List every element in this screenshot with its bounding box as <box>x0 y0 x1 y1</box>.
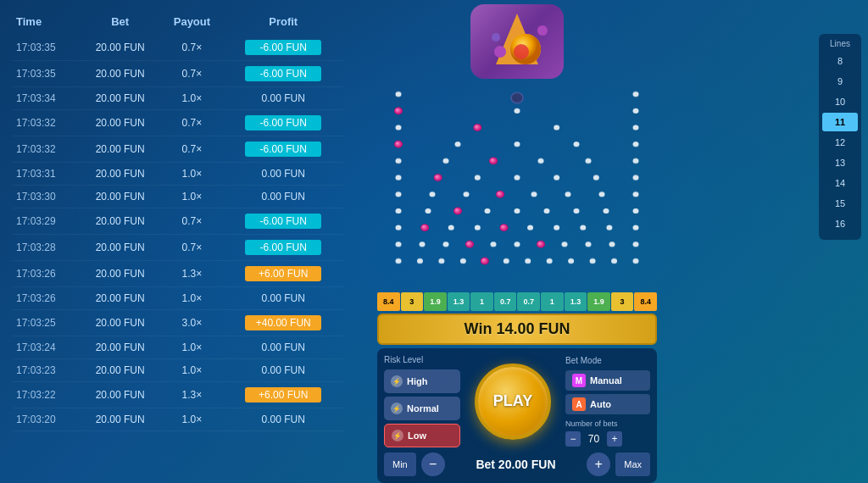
bet-increase-button[interactable]: + <box>587 452 610 476</box>
cell-time: 17:03:26 <box>13 287 80 310</box>
multiplier-cell: 1 <box>470 292 493 311</box>
cell-profit: 0.00 FUN <box>223 87 343 110</box>
line-option-12[interactable]: 12 <box>822 133 858 152</box>
svg-point-3 <box>514 44 529 59</box>
auto-mode-button[interactable]: A Auto <box>565 394 650 414</box>
cell-time: 17:03:31 <box>13 163 80 186</box>
multiplier-cell: 0.7 <box>517 292 540 311</box>
multiplier-cell: 1.3 <box>565 292 587 311</box>
line-option-14[interactable]: 14 <box>822 174 858 192</box>
bet-max-button[interactable]: Max <box>615 452 650 476</box>
cell-profit: -6.00 FUN <box>223 35 343 61</box>
num-bets-minus[interactable]: − <box>565 431 581 447</box>
cell-bet: 20.00 FUN <box>80 408 160 431</box>
multiplier-cell: 3 <box>611 292 634 311</box>
cell-bet: 20.00 FUN <box>80 235 160 261</box>
cell-profit: +40.00 FUN <box>223 310 343 336</box>
cell-payout: 0.7× <box>160 35 223 61</box>
line-option-11[interactable]: 11 <box>822 113 858 131</box>
cell-time: 17:03:20 <box>13 408 80 431</box>
cell-time: 17:03:35 <box>13 35 80 61</box>
risk-high-button[interactable]: ⚡ High <box>384 369 460 393</box>
cell-payout: 1.0× <box>160 87 223 110</box>
cell-time: 17:03:35 <box>13 61 80 87</box>
table-row: 17:03:2220.00 FUN1.3×+6.00 FUN <box>13 382 343 408</box>
cell-payout: 0.7× <box>160 61 223 87</box>
cell-profit: 0.00 FUN <box>223 336 343 359</box>
win-bar: 8.431.91.310.70.711.31.938.4 Win 14.00 F… <box>377 292 657 345</box>
bet-mode-label: Bet Mode <box>565 356 650 365</box>
table-row: 17:03:2920.00 FUN0.7×-6.00 FUN <box>13 208 343 235</box>
table-row: 17:03:2020.00 FUN1.0×0.00 FUN <box>13 408 343 431</box>
col-bet: Bet <box>80 8 160 35</box>
line-option-13[interactable]: 13 <box>822 153 858 172</box>
risk-normal-button[interactable]: ⚡ Normal <box>384 397 460 420</box>
manual-mode-button[interactable]: M Manual <box>565 370 650 391</box>
cell-profit: +6.00 FUN <box>223 382 343 408</box>
cell-bet: 20.00 FUN <box>80 287 160 310</box>
risk-low-button[interactable]: ⚡ Low <box>384 424 460 447</box>
num-bets-plus[interactable]: + <box>607 431 622 447</box>
bet-min-button[interactable]: Min <box>384 452 416 476</box>
cell-bet: 20.00 FUN <box>80 208 160 235</box>
line-option-10[interactable]: 10 <box>822 92 858 111</box>
line-option-8[interactable]: 8 <box>822 52 858 70</box>
cell-time: 17:03:24 <box>13 336 80 359</box>
cell-payout: 3.0× <box>160 310 223 336</box>
svg-point-4 <box>494 46 506 58</box>
cell-time: 17:03:22 <box>13 382 80 408</box>
cell-bet: 20.00 FUN <box>80 336 160 359</box>
bet-decrease-button[interactable]: − <box>421 452 445 476</box>
cell-bet: 20.00 FUN <box>80 61 160 87</box>
multiplier-cell: 0.7 <box>494 292 517 311</box>
cell-time: 17:03:32 <box>13 136 80 163</box>
cell-payout: 1.3× <box>160 382 223 408</box>
table-row: 17:03:3120.00 FUN1.0×0.00 FUN <box>13 163 343 186</box>
cell-profit: 0.00 FUN <box>223 408 343 431</box>
svg-point-6 <box>537 25 548 36</box>
bet-amount-value: 20.00 FUN <box>498 458 556 471</box>
controls-area: Risk Level ⚡ High ⚡ Normal ⚡ Low PLAY <box>377 348 657 483</box>
risk-label: Risk Level <box>384 355 460 364</box>
risk-high-icon: ⚡ <box>391 375 403 387</box>
col-profit: Profit <box>223 8 343 35</box>
num-bets-stepper[interactable]: − 70 + <box>565 431 650 447</box>
bet-amount-display: Bet 20.00 FUN <box>450 458 581 471</box>
num-bets-row: Number of bets <box>565 419 650 428</box>
line-option-9[interactable]: 9 <box>822 72 858 91</box>
cell-bet: 20.00 FUN <box>80 310 160 336</box>
bet-row: Min − Bet 20.00 FUN + Max <box>384 452 650 476</box>
multiplier-cell: 8.4 <box>377 292 400 311</box>
cell-payout: 1.3× <box>160 261 223 287</box>
center-panel: 8.431.91.310.70.711.31.938.4 Win 14.00 F… <box>356 0 678 483</box>
num-bets-label: Number of bets <box>565 419 618 428</box>
cell-bet: 20.00 FUN <box>80 186 160 208</box>
table-row: 17:03:3420.00 FUN1.0×0.00 FUN <box>13 87 343 110</box>
line-option-16[interactable]: 16 <box>822 214 858 233</box>
bet-mode-panel: Bet Mode M Manual A Auto Number of bets … <box>565 356 650 447</box>
cell-payout: 1.0× <box>160 186 223 208</box>
multiplier-cell: 1.3 <box>448 292 470 311</box>
cell-payout: 1.0× <box>160 359 223 382</box>
table-row: 17:03:3220.00 FUN0.7×-6.00 FUN <box>13 136 343 163</box>
auto-icon: A <box>572 397 586 411</box>
multiplier-cell: 1.9 <box>424 292 447 311</box>
cell-payout: 1.0× <box>160 408 223 431</box>
cell-time: 17:03:29 <box>13 208 80 235</box>
cell-bet: 20.00 FUN <box>80 261 160 287</box>
manual-icon: M <box>572 374 586 387</box>
play-button-wrap: PLAY <box>467 364 559 440</box>
play-button[interactable]: PLAY <box>475 364 551 440</box>
cell-bet: 20.00 FUN <box>80 136 160 163</box>
cell-profit: -6.00 FUN <box>223 61 343 87</box>
lines-label: Lines <box>822 39 858 48</box>
cell-time: 17:03:23 <box>13 359 80 382</box>
lines-panel: Lines 8910111213141516 <box>819 34 861 240</box>
cell-bet: 20.00 FUN <box>80 87 160 110</box>
cell-payout: 0.7× <box>160 235 223 261</box>
multiplier-cell: 8.4 <box>634 292 657 311</box>
plinko-board <box>373 83 661 291</box>
cell-profit: -6.00 FUN <box>223 235 343 261</box>
line-option-15[interactable]: 15 <box>822 194 858 213</box>
cell-time: 17:03:28 <box>13 235 80 261</box>
